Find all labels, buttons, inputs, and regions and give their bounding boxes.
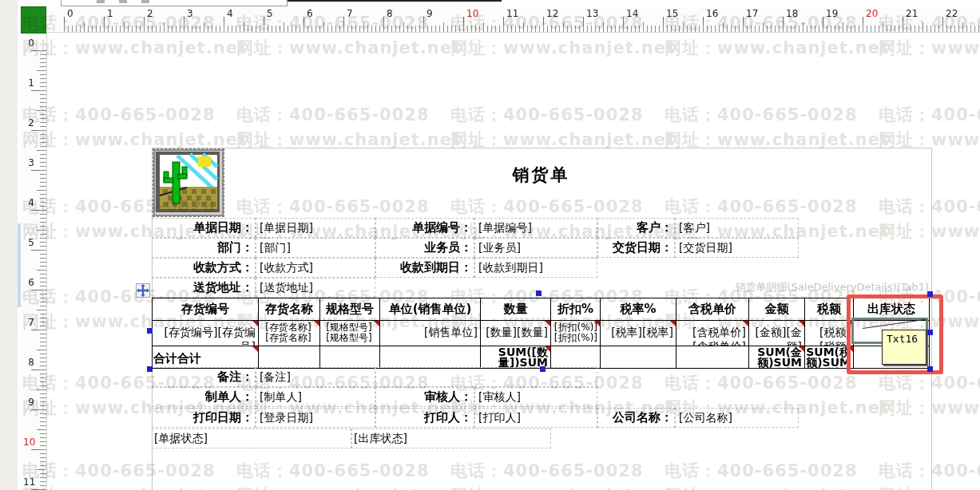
- v-ruler-number: 8: [23, 358, 34, 367]
- detail-table[interactable]: 存货编号[存货编号][存货编号]合计合计存货名称[存货名称][存货名称]规格型号…: [152, 298, 930, 369]
- field-label[interactable]: 送货地址：: [152, 278, 256, 298]
- column-total-cell[interactable]: [551, 346, 600, 368]
- empty-field-cell[interactable]: [375, 367, 597, 387]
- field-value[interactable]: [单据日期]: [256, 218, 375, 238]
- selection-resize-handle[interactable]: [536, 290, 542, 296]
- field-value[interactable]: [交货日期]: [675, 238, 799, 258]
- selection-resize-handle[interactable]: [540, 366, 546, 372]
- field-value[interactable]: [公司名称]: [675, 408, 799, 428]
- column-header[interactable]: 税率%: [601, 298, 676, 321]
- column-header[interactable]: 税额: [805, 298, 853, 321]
- formula-marker: [743, 321, 748, 326]
- column-total-cell[interactable]: SUM([数量])SUM([数量]): [481, 346, 550, 368]
- h-ruler-number: 3: [187, 9, 193, 18]
- field-value[interactable]: [收款方式]: [256, 258, 375, 278]
- field-value[interactable]: [客户]: [675, 218, 799, 238]
- field-value[interactable]: [登录日期]: [256, 408, 375, 428]
- column-total-cell[interactable]: [259, 346, 319, 368]
- toolbar-icon-fragment: [97, 0, 105, 3]
- field-value[interactable]: [部门]: [256, 238, 375, 258]
- v-ruler-number: 6: [23, 278, 34, 287]
- column-total-cell[interactable]: SUM(金额)SUM(金额): [749, 346, 804, 368]
- column-total-cell[interactable]: [601, 346, 676, 368]
- column-header[interactable]: 含税单价: [676, 298, 748, 321]
- column-value-cell[interactable]: [税额][税额]: [805, 321, 853, 346]
- field-label[interactable]: 业务员：: [375, 238, 474, 258]
- column-total-cell[interactable]: [320, 346, 379, 368]
- table-column: 存货编号[存货编号][存货编号]合计合计: [153, 298, 259, 368]
- selection-resize-handle[interactable]: [147, 366, 153, 372]
- formula-marker: [252, 321, 258, 326]
- field-label[interactable]: 审核人：: [375, 387, 474, 407]
- selected-control-name-tag[interactable]: Txt16: [882, 330, 926, 365]
- vertical-ruler[interactable]: 01234567891011: [21, 32, 47, 490]
- column-value-cell[interactable]: [销售单位]: [380, 321, 480, 346]
- field-label[interactable]: 收款方式：: [152, 258, 256, 278]
- field-label[interactable]: 公司名称：: [597, 408, 675, 428]
- v-ruler-number: 1: [23, 78, 34, 88]
- column-value-cell[interactable]: [存货名称][存货名称]: [259, 321, 319, 346]
- column-header[interactable]: 折扣%: [551, 298, 600, 321]
- field-label[interactable]: 打印人：: [375, 408, 474, 428]
- column-value-cell[interactable]: [折扣(%)][折扣(%)]: [551, 321, 600, 346]
- field-value[interactable]: [单据编号]: [474, 218, 597, 238]
- column-header[interactable]: 单位(销售单位): [380, 298, 480, 321]
- doc-status-field[interactable]: [单据状态]: [152, 429, 351, 449]
- field-label[interactable]: 部门：: [152, 238, 256, 258]
- field-label[interactable]: 单据日期：: [152, 218, 256, 238]
- selection-resize-handle[interactable]: [927, 366, 933, 372]
- field-label[interactable]: 制单人：: [152, 387, 256, 407]
- column-value-cell[interactable]: [数量][数量]: [481, 321, 550, 346]
- total-row-label[interactable]: 合计合计: [153, 346, 258, 368]
- v-ruler-number: 3: [23, 158, 34, 168]
- field-value[interactable]: [备注]: [256, 367, 375, 387]
- formula-marker: [594, 321, 600, 326]
- formula-marker: [374, 321, 379, 326]
- field-value[interactable]: [制单人]: [256, 387, 375, 407]
- column-total-cell[interactable]: [676, 346, 748, 368]
- h-ruler-number: 14: [626, 9, 638, 18]
- column-header[interactable]: 数量: [481, 298, 550, 321]
- column-header[interactable]: 存货编号: [153, 298, 258, 321]
- h-ruler-number: 16: [706, 9, 718, 18]
- v-ruler-number: 4: [23, 198, 34, 207]
- field-label[interactable]: 交货日期：: [597, 238, 675, 258]
- toolbar-icon-fragment: [141, 0, 149, 3]
- selection-resize-handle[interactable]: [927, 291, 933, 297]
- column-total-cell[interactable]: [380, 346, 480, 368]
- v-ruler-number: 7: [23, 318, 34, 327]
- column-value-cell[interactable]: [存货编号][存货编号]: [153, 321, 258, 346]
- column-header[interactable]: 金额: [749, 298, 804, 321]
- formula-marker: [252, 346, 258, 352]
- column-value-cell[interactable]: [金额][金额]: [749, 321, 804, 346]
- column-value-cell[interactable]: [税率][税率]: [601, 321, 676, 346]
- horizontal-ruler[interactable]: 012345678910111213141516171819202122: [46, 6, 980, 33]
- field-row-4: 送货地址： [送货地址]: [152, 278, 375, 298]
- field-row-maker: 制单人： [制单人] 审核人： [审核人]: [152, 387, 597, 407]
- field-value[interactable]: [业务员]: [474, 238, 597, 258]
- field-value[interactable]: [审核人]: [474, 387, 597, 407]
- h-ruler-number: 0: [67, 9, 73, 18]
- field-value[interactable]: [打印人]: [474, 408, 597, 428]
- field-value[interactable]: [收款到期日]: [474, 258, 597, 278]
- column-value-cell[interactable]: [规格型号][规格型号]: [320, 321, 379, 346]
- selection-resize-handle[interactable]: [927, 330, 933, 335]
- field-label[interactable]: 单据编号：: [375, 218, 474, 238]
- column-value-cell[interactable]: [含税单价][含税单价]: [676, 321, 748, 346]
- column-header[interactable]: 存货名称: [259, 298, 319, 321]
- column-total-cell[interactable]: SUM(税额)SUM(税额): [805, 346, 853, 368]
- field-label[interactable]: 客户：: [597, 218, 675, 238]
- field-value[interactable]: [送货地址]: [256, 278, 375, 298]
- field-label[interactable]: 备注：: [152, 367, 256, 387]
- outbound-status-field[interactable]: [出库状态]: [351, 429, 551, 449]
- toolbar-clipped: [18, 0, 980, 6]
- column-header[interactable]: 规格型号: [320, 298, 379, 321]
- selection-resize-handle[interactable]: [147, 328, 153, 334]
- field-label[interactable]: 打印日期：: [152, 408, 256, 428]
- ruler-origin-button[interactable]: [21, 6, 46, 34]
- watermark-text: 网址：www.chanjet.net: [665, 37, 889, 59]
- field-label[interactable]: 收款到期日：: [375, 258, 474, 278]
- report-title[interactable]: 销货单: [152, 163, 930, 187]
- table-move-handle[interactable]: [136, 283, 150, 298]
- watermark-text: 电话：400-665-0028: [236, 104, 430, 126]
